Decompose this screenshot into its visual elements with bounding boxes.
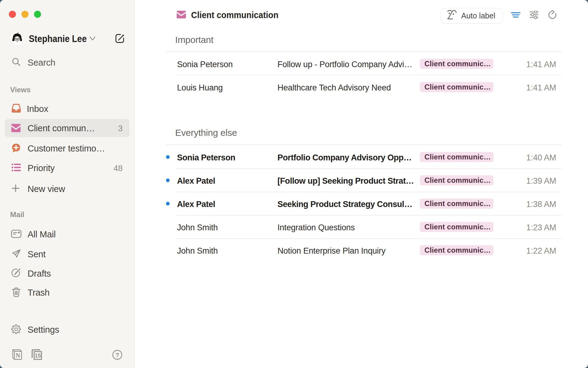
svg-text:15: 15 <box>35 353 41 359</box>
svg-text:?: ? <box>115 352 119 358</box>
svg-text:N: N <box>16 352 20 359</box>
